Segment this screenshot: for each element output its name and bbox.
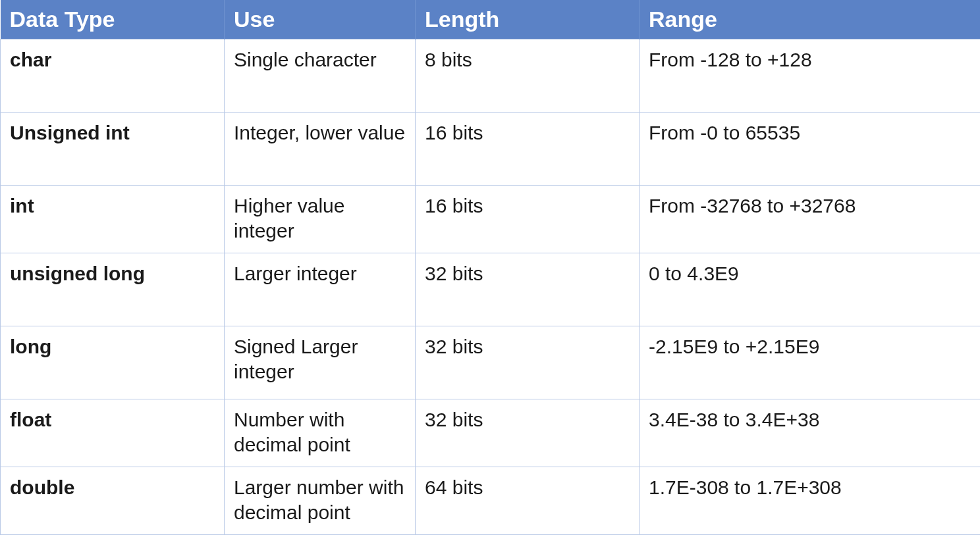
cell-range: From -128 to +128	[640, 39, 981, 113]
cell-length: 16 bits	[416, 113, 640, 186]
table-row: int Higher value integer 16 bits From -3…	[1, 186, 981, 253]
table-row: double Larger number with decimal point …	[1, 467, 981, 535]
cell-use: Integer, lower value	[225, 113, 416, 186]
cell-data-type: int	[1, 186, 225, 253]
table-row: char Single character 8 bits From -128 t…	[1, 39, 981, 113]
header-use: Use	[225, 0, 416, 39]
cell-use: Larger number with decimal point	[225, 467, 416, 535]
cell-data-type: unsigned long	[1, 253, 225, 326]
cell-use: Higher value integer	[225, 186, 416, 253]
cell-range: -2.15E9 to +2.15E9	[640, 326, 981, 399]
cell-range: From -0 to 65535	[640, 113, 981, 186]
table-header-row: Data Type Use Length Range	[1, 0, 981, 39]
cell-data-type: double	[1, 467, 225, 535]
cell-use: Larger integer	[225, 253, 416, 326]
cell-data-type: float	[1, 399, 225, 467]
table-row: unsigned long Larger integer 32 bits 0 t…	[1, 253, 981, 326]
header-range: Range	[640, 0, 981, 39]
header-length: Length	[416, 0, 640, 39]
cell-data-type: long	[1, 326, 225, 399]
cell-length: 32 bits	[416, 326, 640, 399]
cell-length: 32 bits	[416, 399, 640, 467]
table-row: Unsigned int Integer, lower value 16 bit…	[1, 113, 981, 186]
table-row: float Number with decimal point 32 bits …	[1, 399, 981, 467]
table-row: long Signed Larger integer 32 bits -2.15…	[1, 326, 981, 399]
cell-range: 3.4E-38 to 3.4E+38	[640, 399, 981, 467]
cell-use: Single character	[225, 39, 416, 113]
cell-length: 32 bits	[416, 253, 640, 326]
cell-length: 64 bits	[416, 467, 640, 535]
cell-range: 0 to 4.3E9	[640, 253, 981, 326]
cell-length: 16 bits	[416, 186, 640, 253]
cell-use: Signed Larger integer	[225, 326, 416, 399]
cell-range: From -32768 to +32768	[640, 186, 981, 253]
header-data-type: Data Type	[1, 0, 225, 39]
cell-data-type: Unsigned int	[1, 113, 225, 186]
cell-use: Number with decimal point	[225, 399, 416, 467]
cell-data-type: char	[1, 39, 225, 113]
cell-range: 1.7E-308 to 1.7E+308	[640, 467, 981, 535]
cell-length: 8 bits	[416, 39, 640, 113]
data-types-table: Data Type Use Length Range char Single c…	[0, 0, 980, 535]
